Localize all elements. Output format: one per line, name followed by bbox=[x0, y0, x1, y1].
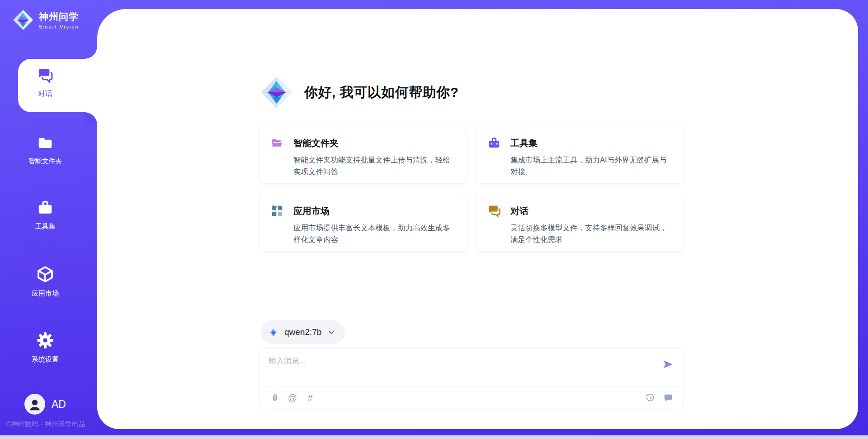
tab-fillet-bottom bbox=[85, 112, 97, 125]
chat-icon bbox=[37, 67, 54, 85]
chevron-down-icon bbox=[327, 328, 336, 337]
main-content: 你好, 我可以如何帮助你? 智能文件夹 智能文件夹功能支持批量文件上传与清洗，轻… bbox=[97, 9, 858, 429]
diamond-logo-icon bbox=[259, 75, 294, 110]
toolbox-icon bbox=[36, 199, 54, 218]
brand-subtitle: Smart Vision bbox=[39, 24, 79, 29]
person-avatar-icon bbox=[24, 394, 45, 415]
at-icon[interactable]: @ bbox=[287, 392, 298, 403]
grid-icon bbox=[270, 204, 284, 218]
greeting: 你好, 我可以如何帮助你? bbox=[259, 75, 459, 110]
composer-right-tools bbox=[645, 392, 674, 403]
sidebar-item-chat[interactable]: 对话 bbox=[0, 67, 90, 99]
model-selector[interactable]: qwen2:7b bbox=[261, 320, 345, 344]
message-composer: @ # bbox=[259, 348, 684, 410]
greeting-title: 你好, 我可以如何帮助你? bbox=[304, 83, 459, 102]
sidebar-item-toolset[interactable]: 工具集 bbox=[0, 199, 90, 231]
card-smart-folder[interactable]: 智能文件夹 智能文件夹功能支持批量文件上传与清洗，轻松实现文件问答 bbox=[259, 125, 467, 184]
card-description: 应用市场提供丰富长文本模板，助力高效生成多样化文章内容 bbox=[293, 222, 456, 245]
gear-icon bbox=[36, 331, 54, 351]
history-icon[interactable] bbox=[645, 392, 656, 403]
diamond-logo-icon bbox=[268, 327, 279, 338]
window-bottom-strip bbox=[0, 435, 868, 439]
folder-icon bbox=[36, 134, 54, 153]
sidebar-item-smart-folder[interactable]: 智能文件夹 bbox=[0, 134, 90, 166]
send-icon[interactable] bbox=[662, 358, 674, 370]
paperclip-icon[interactable] bbox=[269, 392, 280, 403]
card-app-market[interactable]: 应用市场 应用市场提供丰富长文本模板，助力高效生成多样化文章内容 bbox=[259, 193, 467, 252]
model-name: qwen2:7b bbox=[284, 327, 321, 337]
app-window: 神州问学 Smart Vision 对话 智能文件夹 工具集 bbox=[0, 0, 868, 439]
card-description: 集成市场上主流工具，助力AI与外界无缝扩展与对接 bbox=[510, 154, 673, 177]
composer-left-tools: @ # bbox=[269, 392, 316, 403]
sidebar-item-label: 应用市场 bbox=[0, 289, 90, 298]
card-description: 智能文件夹功能支持批量文件上传与清洗，轻松实现文件问答 bbox=[293, 154, 456, 177]
sidebar: 神州问学 Smart Vision 对话 智能文件夹 工具集 bbox=[0, 0, 97, 435]
sidebar-footer-credit: ©神州数码 · 神州问学出品 bbox=[6, 420, 85, 429]
brand-name: 神州问学 bbox=[39, 10, 79, 23]
message-input[interactable] bbox=[269, 356, 639, 382]
tab-fillet-top bbox=[85, 46, 97, 59]
sidebar-item-label: 对话 bbox=[0, 89, 90, 99]
card-title: 工具集 bbox=[510, 137, 538, 149]
open-folder-icon bbox=[270, 136, 284, 150]
diamond-logo-icon bbox=[12, 9, 34, 31]
card-description: 灵活切换多模型文件，支持多样回复效果调试，满足个性化需求 bbox=[510, 222, 673, 245]
sidebar-item-settings[interactable]: 系统设置 bbox=[0, 331, 90, 364]
card-chat[interactable]: 对话 灵活切换多模型文件，支持多样回复效果调试，满足个性化需求 bbox=[476, 193, 684, 252]
card-title: 对话 bbox=[510, 205, 528, 217]
composer-divider bbox=[263, 387, 680, 387]
user-name: AD bbox=[52, 398, 66, 410]
sidebar-item-app-market[interactable]: 应用市场 bbox=[0, 265, 90, 298]
sidebar-item-label: 工具集 bbox=[0, 222, 90, 231]
card-title: 应用市场 bbox=[293, 205, 330, 217]
chat-icon bbox=[487, 204, 501, 218]
chat-bubble-icon[interactable] bbox=[663, 392, 674, 403]
brand-logo: 神州问学 Smart Vision bbox=[12, 9, 79, 31]
hash-icon[interactable]: # bbox=[305, 392, 316, 403]
cube-icon bbox=[36, 265, 54, 285]
sidebar-item-label: 智能文件夹 bbox=[0, 157, 90, 166]
sidebar-item-label: 系统设置 bbox=[0, 355, 90, 364]
user-profile[interactable]: AD bbox=[24, 394, 66, 415]
toolbox-icon bbox=[487, 136, 501, 150]
card-toolset[interactable]: 工具集 集成市场上主流工具，助力AI与外界无缝扩展与对接 bbox=[476, 125, 684, 184]
card-title: 智能文件夹 bbox=[293, 137, 339, 149]
